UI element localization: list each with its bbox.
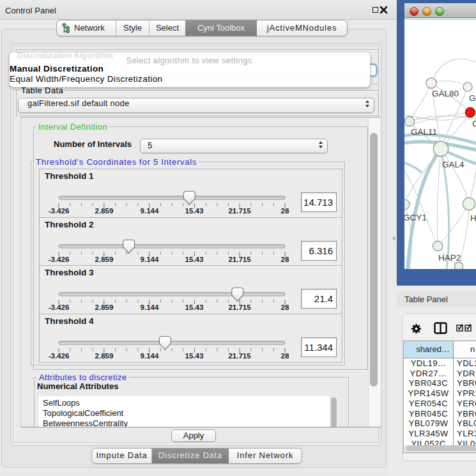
svg-text:HAP2: HAP2 <box>438 253 461 263</box>
svg-text:GAL4: GAL4 <box>442 160 464 169</box>
svg-text:GAL11: GAL11 <box>411 127 437 137</box>
svg-text:GAL80: GAL80 <box>432 89 459 98</box>
svg-text:C: C <box>472 119 476 128</box>
svg-text:G.: G. <box>469 93 476 103</box>
svg-text:H: H <box>470 213 476 223</box>
svg-text:GCY1: GCY1 <box>404 213 427 222</box>
